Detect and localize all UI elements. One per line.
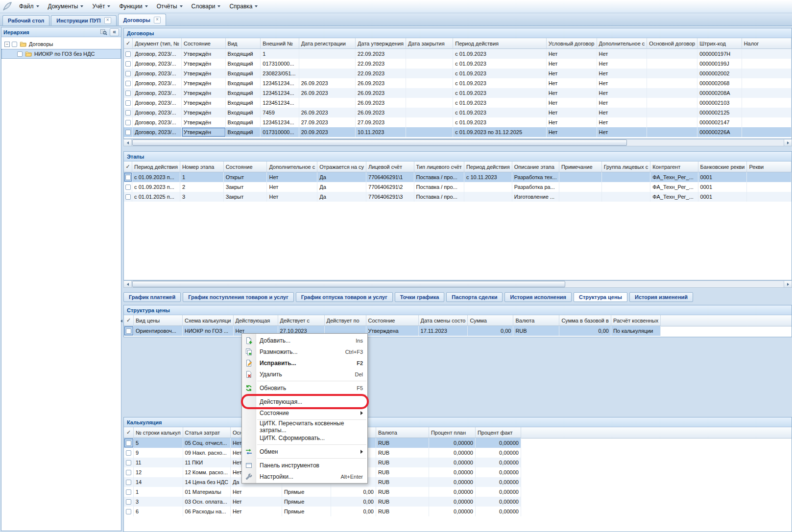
- table-row[interactable]: Ориентировоч...НИОКР по ГОЗ ...Нет27.10.…: [124, 326, 661, 336]
- row-checkbox[interactable]: [125, 91, 131, 96]
- row-checkbox[interactable]: [126, 489, 131, 495]
- column-header[interactable]: Условный договор: [547, 38, 597, 49]
- row-checkbox[interactable]: [125, 110, 131, 116]
- table-row[interactable]: Договор, 2023/...УтверждёнВходящий230823…: [124, 69, 792, 78]
- row-checkbox[interactable]: [125, 81, 131, 86]
- contracts-hscrollbar[interactable]: [123, 139, 792, 146]
- table-row[interactable]: Договор, 2023/...УтверждёнВходящий123451…: [124, 117, 792, 127]
- row-select-cell[interactable]: [124, 448, 134, 458]
- row-checkbox[interactable]: [126, 328, 131, 334]
- table-row[interactable]: 101 МатериалыНетПрямые0,00RUB0,000000,00…: [124, 487, 521, 497]
- table-row[interactable]: Договор, 2023/...УтверждёнВходящий123451…: [124, 98, 792, 108]
- column-header[interactable]: № строки калькул: [134, 427, 183, 438]
- column-header[interactable]: Период действия: [464, 162, 512, 172]
- column-header[interactable]: Процент план: [429, 427, 476, 438]
- tree-node-2[interactable]: НИОКР по ГОЗ без НДС: [1, 49, 121, 59]
- column-header[interactable]: Сумма: [468, 315, 513, 326]
- column-header[interactable]: Действует с: [278, 315, 325, 326]
- select-all-header[interactable]: ✓: [124, 162, 132, 172]
- row-checkbox[interactable]: [126, 480, 131, 485]
- column-header[interactable]: Период действия: [132, 162, 180, 172]
- column-header[interactable]: Процент факт: [476, 427, 521, 438]
- table-row[interactable]: с 01.09.2023 п...2ЗакрытНетДа7706406291\…: [124, 182, 792, 192]
- row-select-cell[interactable]: [124, 458, 134, 467]
- row-checkbox[interactable]: [125, 175, 131, 180]
- row-select-cell[interactable]: [124, 477, 134, 487]
- menu-item-3[interactable]: Исправить...F2: [242, 357, 367, 369]
- row-checkbox[interactable]: [125, 100, 131, 106]
- row-select-cell[interactable]: [124, 98, 133, 108]
- menu-item-16[interactable]: Панель инструментов: [242, 460, 367, 471]
- menubar-item-7[interactable]: Справка: [225, 0, 262, 13]
- column-header[interactable]: Вид цены: [134, 315, 183, 326]
- column-header[interactable]: Сумма в базовой в: [559, 315, 611, 326]
- subtab-1[interactable]: График платежей: [123, 292, 181, 302]
- table-row[interactable]: Договор, 2023/...УтверждёнВходящий122.09…: [124, 49, 792, 59]
- row-select-cell[interactable]: [124, 117, 133, 127]
- menubar-item-1[interactable]: Файл: [15, 0, 44, 13]
- row-checkbox[interactable]: [125, 194, 131, 200]
- tab-2[interactable]: Инструкции ПУП×: [51, 15, 116, 25]
- menu-item-4[interactable]: УдалитьDel: [242, 369, 367, 380]
- column-header[interactable]: Дата смены состо: [419, 315, 468, 326]
- scroll-right-button[interactable]: [784, 281, 792, 287]
- tree-node-1[interactable]: −Договоры: [1, 39, 121, 49]
- column-header[interactable]: Вид: [226, 38, 261, 49]
- menubar-item-3[interactable]: Учёт: [88, 0, 115, 13]
- row-checkbox[interactable]: [125, 130, 131, 135]
- column-header[interactable]: Действует по: [325, 315, 366, 326]
- menubar-item-5[interactable]: Отчёты: [152, 0, 187, 13]
- scrollbar-thumb[interactable]: [132, 281, 565, 287]
- column-header[interactable]: Валюта: [376, 427, 429, 438]
- row-select-cell[interactable]: [124, 326, 134, 336]
- column-header[interactable]: Отражается на су: [317, 162, 366, 172]
- table-row[interactable]: Договор, 2023/...УтверждёнВходящий745926…: [124, 108, 792, 117]
- row-select-cell[interactable]: [124, 49, 133, 59]
- hierarchy-search-icon[interactable]: [100, 28, 107, 36]
- row-select-cell[interactable]: [124, 438, 134, 448]
- tree-expander-icon[interactable]: −: [4, 42, 10, 47]
- column-header[interactable]: Рекви: [747, 162, 792, 172]
- menu-item-17[interactable]: Настройки...Alt+Enter: [242, 471, 367, 482]
- table-row[interactable]: 606 Расходы на...НетПрямые0,00RUB0,00000…: [124, 507, 521, 516]
- row-checkbox[interactable]: [126, 440, 131, 446]
- row-checkbox[interactable]: [126, 450, 131, 456]
- select-all-header[interactable]: ✓: [124, 427, 134, 438]
- menu-item-11[interactable]: ЦИТК. Пересчитать косвенные затраты...: [242, 421, 367, 432]
- subtab-4[interactable]: Точки графика: [395, 292, 445, 302]
- row-select-cell[interactable]: [124, 467, 134, 477]
- column-header[interactable]: Дополнительное с: [597, 38, 648, 49]
- tab-close-icon[interactable]: ×: [104, 17, 111, 24]
- row-select-cell[interactable]: [124, 497, 134, 507]
- row-checkbox[interactable]: [125, 51, 131, 57]
- column-header[interactable]: Примечание: [559, 162, 602, 172]
- menu-item-2[interactable]: Размножить...Ctrl+F3: [242, 346, 367, 357]
- tab-3[interactable]: Договоры×: [118, 14, 166, 25]
- menubar-item-4[interactable]: Функции: [115, 0, 152, 13]
- select-all-header[interactable]: ✓: [124, 38, 133, 49]
- column-header[interactable]: Дата регистрации: [299, 38, 356, 49]
- row-select-cell[interactable]: [124, 69, 133, 78]
- scroll-right-button[interactable]: [784, 139, 792, 146]
- column-header[interactable]: Валюта: [513, 315, 559, 326]
- menubar-item-2[interactable]: Документы: [44, 0, 88, 13]
- column-header[interactable]: Описание этапа: [512, 162, 559, 172]
- subtab-7[interactable]: Структура цены: [574, 292, 627, 302]
- row-select-cell[interactable]: [124, 192, 132, 202]
- panel-collapse-arrow[interactable]: [120, 318, 123, 324]
- select-all-header[interactable]: ✓: [124, 315, 134, 326]
- column-header[interactable]: Схема калькуляци: [183, 315, 234, 326]
- column-header[interactable]: Лицевой счёт: [366, 162, 414, 172]
- menubar-item-6[interactable]: Словари: [187, 0, 225, 13]
- scroll-left-button[interactable]: [124, 281, 132, 287]
- row-select-cell[interactable]: [124, 487, 134, 497]
- menu-item-9[interactable]: Состояние: [242, 407, 367, 418]
- column-header[interactable]: Внешний №: [261, 38, 299, 49]
- row-select-cell[interactable]: [124, 507, 134, 516]
- tree-checkbox[interactable]: [17, 51, 23, 57]
- column-header[interactable]: Контрагент: [650, 162, 698, 172]
- tab-close-icon[interactable]: ×: [154, 17, 161, 23]
- menu-item-14[interactable]: Обмен: [242, 446, 367, 457]
- subtab-2[interactable]: График поступления товаров и услуг: [183, 292, 293, 302]
- scrollbar-thumb[interactable]: [132, 139, 627, 146]
